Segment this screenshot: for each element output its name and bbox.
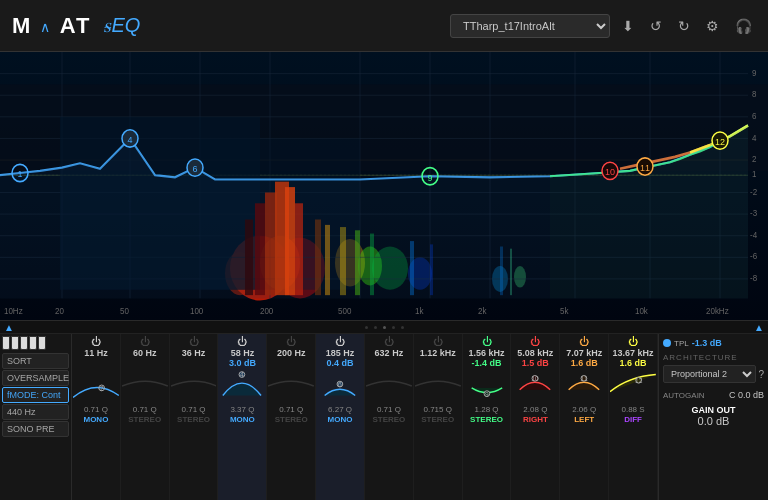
fmode-button[interactable]: fMODE: Cont (2, 387, 69, 403)
svg-text:-8: -8 (750, 273, 757, 283)
tuning-button[interactable]: 440 Hz (2, 404, 69, 420)
band-2-curve (122, 368, 168, 404)
band-8-power[interactable]: ⏻ (433, 336, 443, 347)
band-4-freq: 58 Hz (231, 348, 255, 358)
band-7[interactable]: ⏻ 632 Hz 0.71 Q STEREO (365, 334, 414, 500)
band-5-freq: 200 Hz (277, 348, 306, 358)
settings-button[interactable]: ⚙ (702, 14, 723, 38)
band-11-mode[interactable]: LEFT (574, 415, 594, 424)
band-5[interactable]: ⏻ 200 Hz 0.71 Q STEREO (267, 334, 316, 500)
band-6-power[interactable]: ⏻ (335, 336, 345, 347)
arch-help[interactable]: ? (758, 369, 764, 380)
band-8-gain (436, 358, 439, 368)
redo-button[interactable]: ↻ (674, 14, 694, 38)
band-10-power[interactable]: ⏻ (530, 336, 540, 347)
expand-arrow[interactable]: ▲ (754, 322, 764, 333)
tpl-value: -1.3 dB (692, 338, 722, 348)
band-12[interactable]: ⏻ 13.67 kHz 1.6 dB 12 0.88 S DIFF (609, 334, 658, 500)
band-4-mode[interactable]: MONO (230, 415, 255, 424)
svg-text:9: 9 (752, 67, 757, 77)
band-12-gain: 1.6 dB (620, 358, 647, 368)
band-9-power[interactable]: ⏻ (482, 336, 492, 347)
band-8[interactable]: ⏻ 1.12 kHz 0.715 Q STEREO (414, 334, 463, 500)
band-5-mode[interactable]: STEREO (275, 415, 308, 424)
band-10-gain: 1.5 dB (522, 358, 549, 368)
svg-text:4: 4 (752, 132, 757, 142)
band-4-power[interactable]: ⏻ (237, 336, 247, 347)
band-5-q: 0.71 Q (279, 405, 303, 414)
svg-text:11: 11 (640, 163, 650, 173)
band-2[interactable]: ⏻ 60 Hz 0.71 Q STEREO (121, 334, 170, 500)
band-8-curve (415, 368, 461, 404)
band-3-power[interactable]: ⏻ (189, 336, 199, 347)
band-4-gain: 3.0 dB (229, 358, 256, 368)
svg-text:2: 2 (100, 385, 104, 392)
band-10-curve: 10 (512, 368, 558, 404)
band-2-power[interactable]: ⏻ (140, 336, 150, 347)
band-2-gain (143, 358, 146, 368)
undo-button[interactable]: ↺ (646, 14, 666, 38)
collapse-arrow[interactable]: ▲ (4, 322, 14, 333)
band-8-mode[interactable]: STEREO (421, 415, 454, 424)
band-11-power[interactable]: ⏻ (579, 336, 589, 347)
download-button[interactable]: ⬇ (618, 14, 638, 38)
band-1-q: 0.71 Q (84, 405, 108, 414)
gain-out-section: GAIN OUT 0.0 dB (663, 405, 764, 427)
band-strip: SORT OVERSAMPLE fMODE: Cont 440 Hz SONO … (0, 334, 768, 500)
sort-button[interactable]: SORT (2, 353, 69, 369)
oversample-button[interactable]: OVERSAMPLE (2, 370, 69, 386)
right-panel: TPL -1.3 dB ARCHITECTURE Proportional 2P… (658, 334, 768, 500)
band-3[interactable]: ⏻ 36 Hz 0.71 Q STEREO (170, 334, 219, 500)
band-12-freq: 13.67 kHz (613, 348, 654, 358)
svg-text:2k: 2k (478, 305, 487, 315)
svg-text:200: 200 (260, 305, 274, 315)
svg-text:6: 6 (192, 164, 197, 174)
band-6-curve: 6 (317, 368, 363, 404)
sono-pre-button[interactable]: SONO PRE (2, 421, 69, 437)
band-6-mode[interactable]: MONO (328, 415, 353, 424)
band-11-gain: 1.6 dB (571, 358, 598, 368)
svg-text:11: 11 (580, 375, 588, 382)
band-4-q: 3.37 Q (230, 405, 254, 414)
band-7-power[interactable]: ⏻ (384, 336, 394, 347)
svg-text:12: 12 (635, 377, 643, 384)
band-10[interactable]: ⏻ 5.08 kHz 1.5 dB 10 2.08 Q RIGHT (511, 334, 560, 500)
architecture-select[interactable]: Proportional 2Proportional 1Symmetric (663, 365, 756, 383)
band-6-q: 6.27 Q (328, 405, 352, 414)
seq-logo: ᵴEQ (103, 14, 140, 37)
band-2-q: 0.71 Q (133, 405, 157, 414)
band-9-curve: 9 (464, 368, 510, 404)
eq-display[interactable]: 1 4 6 9 10 11 12 9 8 6 4 2 1 -2 -3 -4 -6… (0, 52, 768, 320)
band-11[interactable]: ⏻ 7.07 kHz 1.6 dB 11 2.06 Q LEFT (560, 334, 609, 500)
band-9[interactable]: ⏻ 1.56 kHz -1.4 dB 9 1.28 Q STEREO (463, 334, 512, 500)
band-7-gain (388, 358, 391, 368)
headphone-button[interactable]: 🎧 (731, 14, 756, 38)
band-10-mode[interactable]: RIGHT (523, 415, 548, 424)
band-1-power[interactable]: ⏻ (91, 336, 101, 347)
svg-text:9: 9 (485, 391, 489, 398)
tpl-label: TPL (674, 339, 689, 348)
svg-text:6: 6 (338, 381, 342, 388)
band-7-mode[interactable]: STEREO (372, 415, 405, 424)
band-12-mode[interactable]: DIFF (624, 415, 642, 424)
band-1-mode[interactable]: MONO (83, 415, 108, 424)
band-1[interactable]: ⏻ 11 Hz 2 0.71 Q MONO (72, 334, 121, 500)
band-6-freq: 185 Hz (326, 348, 355, 358)
band-8-freq: 1.12 kHz (420, 348, 456, 358)
band-9-mode[interactable]: STEREO (470, 415, 503, 424)
band-6[interactable]: ⏻ 185 Hz 0.4 dB 6 6.27 Q MONO (316, 334, 365, 500)
band-5-gain (290, 358, 293, 368)
logo: M ∧ AT (12, 13, 91, 39)
band-3-mode[interactable]: STEREO (177, 415, 210, 424)
band-3-curve (171, 368, 217, 404)
band-5-power[interactable]: ⏻ (286, 336, 296, 347)
top-controls: TTharp_t17IntroAltDefaultCustom ⬇ ↺ ↻ ⚙ … (450, 14, 756, 38)
band-12-power[interactable]: ⏻ (628, 336, 638, 347)
gain-out-value: 0.0 dB (698, 415, 730, 427)
band-2-mode[interactable]: STEREO (128, 415, 161, 424)
preset-select[interactable]: TTharp_t17IntroAltDefaultCustom (450, 14, 610, 38)
tpl-row: TPL -1.3 dB (663, 338, 764, 348)
svg-text:-2: -2 (750, 186, 757, 196)
band-4[interactable]: ⏻ 58 Hz 3.0 dB 4 3.37 Q MONO (218, 334, 267, 500)
svg-text:6: 6 (752, 111, 757, 121)
